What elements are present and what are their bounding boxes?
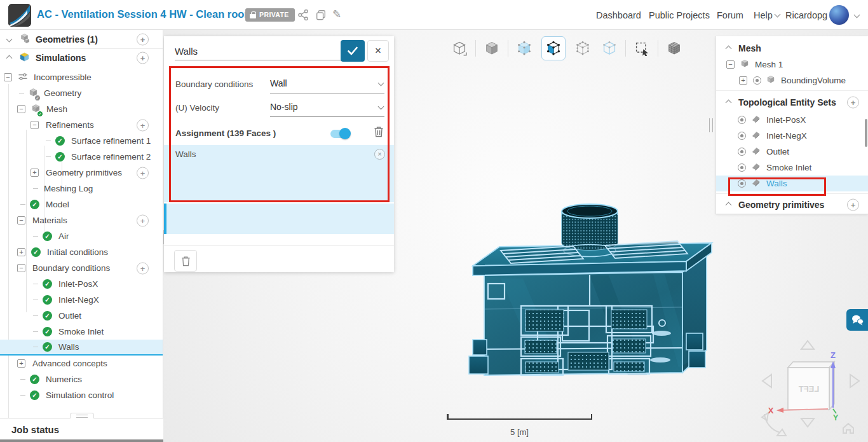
add-material-button[interactable]	[137, 214, 149, 226]
sidebar-section-geometries[interactable]: Geometries (1)	[0, 30, 163, 49]
rename-button[interactable]: ✎	[332, 8, 345, 20]
job-status-bar[interactable]: Job status	[0, 418, 163, 442]
status-check-badge	[37, 111, 43, 117]
nav-username[interactable]: Ricardopg	[785, 0, 827, 30]
sidebar-item-inlet-negx[interactable]: Inlet-NegX	[0, 292, 163, 308]
collapse-toggle[interactable]	[4, 73, 12, 81]
sidebar-item-refinements[interactable]: Refinements	[0, 117, 163, 133]
entity-set-smoke-inlet[interactable]: Smoke Inlet	[716, 160, 868, 176]
entity-set-inlet-negx[interactable]: Inlet-NegX	[716, 128, 868, 144]
nav-forum[interactable]: Forum	[717, 0, 743, 30]
sidebar-item-geometry[interactable]: Geometry	[0, 85, 163, 101]
sidebar-item-simulation-control[interactable]: Simulation control	[0, 387, 163, 403]
sidebar-item-walls[interactable]: Walls	[0, 340, 163, 356]
sidebar-item-smoke-inlet[interactable]: Smoke Inlet	[0, 324, 163, 340]
sidebar-item-mesh[interactable]: Mesh	[0, 101, 163, 117]
nav-public-projects[interactable]: Public Projects	[649, 0, 710, 30]
select-face-button[interactable]	[541, 36, 566, 60]
delete-button[interactable]	[174, 250, 197, 272]
name-input[interactable]	[175, 43, 345, 60]
nav-dashboard[interactable]: Dashboard	[596, 0, 641, 30]
scene-section-geometry-primitives[interactable]: Geometry primitives	[716, 196, 868, 214]
assignment-item-walls[interactable]: Walls	[164, 145, 394, 164]
collapse-toggle[interactable]	[31, 121, 39, 129]
velocity-type-select[interactable]: No-slip	[270, 98, 384, 117]
nav-help[interactable]: Help	[754, 0, 780, 30]
add-geometry-button[interactable]	[137, 33, 149, 45]
visibility-eye-icon[interactable]	[738, 179, 746, 188]
sidebar-item-model[interactable]: Model	[0, 197, 163, 212]
check-circle-icon	[31, 247, 41, 257]
close-button[interactable]: ×	[367, 40, 389, 62]
cube-face-label: LEFT	[799, 384, 820, 394]
orientation-widget[interactable]: LEFT Z X Y	[753, 333, 862, 442]
sidebar-item-outlet[interactable]: Outlet	[0, 308, 163, 324]
sidebar-item-boundary-conditions[interactable]: Boundary conditions	[0, 260, 163, 276]
job-status-drag-handle[interactable]	[70, 413, 94, 418]
scene-item-boundingvolume[interactable]: BoundingVolume	[716, 73, 868, 88]
add-boundary-condition-button[interactable]	[137, 262, 149, 274]
assignment-drop-area[interactable]	[164, 204, 394, 234]
sidebar-item-materials[interactable]: Materials	[0, 212, 163, 228]
expand-toggle[interactable]	[17, 359, 25, 368]
sidebar-item-initial-conditions[interactable]: Initial conditions	[0, 244, 163, 260]
confirm-button[interactable]	[341, 40, 365, 62]
visibility-eye-icon[interactable]	[738, 148, 746, 156]
mesh-quality-button[interactable]	[665, 39, 684, 58]
sidebar-item-surface-refinement-1[interactable]: Surface refinement 1	[0, 133, 163, 149]
clean-room-model[interactable]	[463, 190, 724, 397]
remove-assignment-icon[interactable]	[374, 149, 385, 160]
select-edge-button[interactable]	[573, 39, 592, 58]
collapse-toggle[interactable]	[17, 264, 25, 272]
sidebar-item-air[interactable]: Air	[0, 228, 163, 244]
assignment-toggle[interactable]	[330, 130, 349, 138]
field-velocity: (U) Velocity No-slip	[164, 97, 394, 120]
solid-view-button[interactable]	[482, 39, 501, 58]
collapse-toggle[interactable]	[17, 216, 25, 224]
add-refinement-button[interactable]	[137, 119, 149, 131]
visibility-eye-icon[interactable]	[738, 163, 746, 172]
scene-section-mesh[interactable]: Mesh	[716, 40, 868, 57]
sidebar-item-advanced-concepts[interactable]: Advanced concepts	[0, 356, 163, 371]
sidebar-item-meshing-log[interactable]: Meshing Log	[0, 181, 163, 197]
select-volume-button[interactable]	[515, 39, 534, 58]
chevron-down-icon	[378, 80, 384, 86]
collapse-toggle[interactable]	[17, 105, 25, 113]
scene-section-topological-entity-sets[interactable]: Topological Entity Sets	[716, 93, 868, 112]
add-entity-set-button[interactable]	[847, 97, 859, 109]
visibility-eye-icon[interactable]	[753, 76, 761, 85]
sidebar-item-surface-refinement-2[interactable]: Surface refinement 2	[0, 149, 163, 165]
support-chat-button[interactable]	[846, 309, 868, 331]
scene-item-mesh-1[interactable]: Mesh 1	[716, 57, 868, 73]
entity-set-walls[interactable]: Walls	[716, 176, 868, 191]
account-chevron-down-icon[interactable]	[854, 12, 860, 18]
share-button[interactable]	[297, 9, 310, 22]
box-select-button[interactable]	[632, 39, 651, 58]
add-simulation-button[interactable]	[137, 52, 149, 64]
entity-set-outlet[interactable]: Outlet	[716, 144, 868, 160]
expand-toggle[interactable]	[739, 76, 747, 85]
add-geometry-primitive-button[interactable]	[847, 199, 859, 211]
fit-view-button[interactable]	[450, 39, 469, 58]
expand-toggle[interactable]	[31, 169, 39, 177]
sidebar-item-geometry-primitives[interactable]: Geometry primitives	[0, 165, 163, 181]
collapse-toggle[interactable]	[726, 60, 735, 69]
clear-assignment-button[interactable]	[374, 126, 385, 139]
sidebar-item-inlet-posx[interactable]: Inlet-PosX	[0, 276, 163, 292]
sidebar-section-simulations[interactable]: Simulations	[0, 49, 163, 67]
sidebar-item-numerics[interactable]: Numerics	[0, 371, 163, 387]
sidebar-item-incompressible[interactable]: Incompressible	[0, 69, 163, 85]
entity-set-inlet-posx[interactable]: Inlet-PosX	[716, 112, 868, 128]
avatar[interactable]	[829, 5, 849, 25]
visibility-eye-icon[interactable]	[738, 132, 746, 140]
scrollbar-thumb[interactable]	[865, 119, 867, 147]
app-logo[interactable]	[8, 4, 31, 27]
copy-button[interactable]	[315, 9, 328, 22]
expand-toggle[interactable]	[17, 248, 25, 256]
viewport-toolbar	[446, 36, 688, 61]
boundary-condition-type-select[interactable]: Wall	[270, 74, 384, 93]
right-panel-resize-handle[interactable]	[709, 118, 713, 132]
visibility-eye-icon[interactable]	[738, 116, 746, 124]
add-primitive-button[interactable]	[137, 167, 149, 179]
select-vertex-button[interactable]	[600, 39, 619, 58]
